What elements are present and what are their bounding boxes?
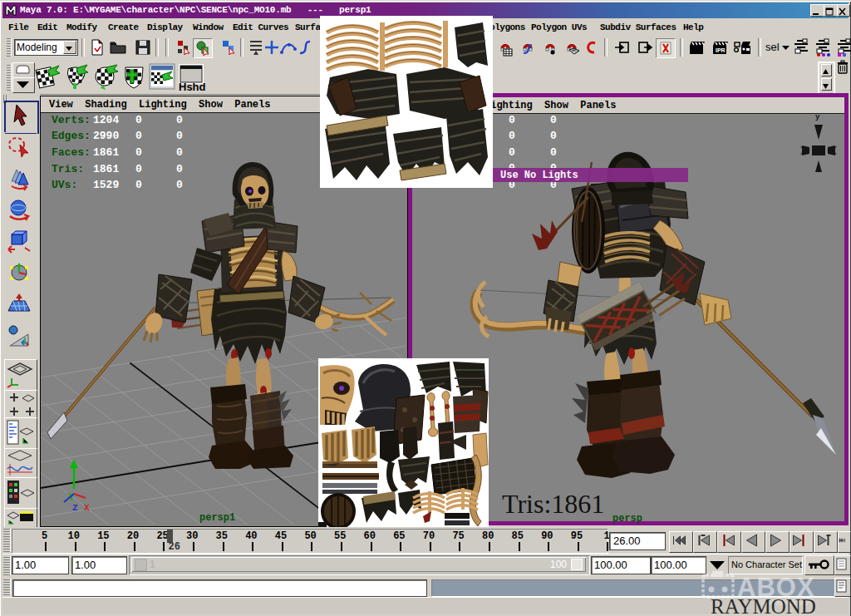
svg-text:IPR: IPR xyxy=(716,47,726,53)
svg-text:Z: Z xyxy=(72,503,78,513)
svg-text:y: y xyxy=(815,113,820,121)
svg-text:X: X xyxy=(84,503,90,513)
